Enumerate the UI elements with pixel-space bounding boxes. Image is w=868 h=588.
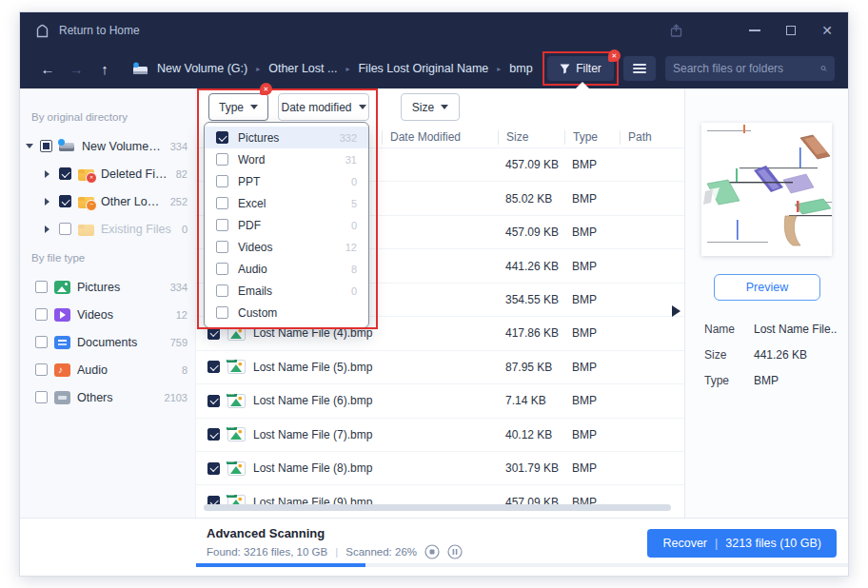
forward-button[interactable]: → [62,61,90,77]
option-checkbox[interactable] [216,175,228,187]
dropdown-option[interactable]: PPT 0 [205,170,368,192]
stop-scan-button[interactable] [424,544,440,559]
row-checkbox[interactable] [207,462,220,475]
filetype-checkbox[interactable] [35,363,48,376]
filetype-item[interactable]: Audio 8 [20,356,195,383]
tree-checkbox[interactable] [40,140,52,152]
dropdown-option[interactable]: Word 31 [205,148,368,170]
option-checkbox[interactable] [216,263,228,275]
close-button[interactable]: ✕ [821,23,833,38]
row-checkbox[interactable] [207,428,220,441]
filetype-checkbox[interactable] [35,308,48,321]
pause-scan-button[interactable] [447,544,463,559]
audio-icon [54,363,70,377]
panel-collapse-icon[interactable] [672,305,681,317]
file-size: 457.09 KB [498,225,564,239]
tree-expander-icon[interactable] [45,170,49,178]
directory-section-title: By original directory [20,111,195,123]
file-type: BMP [564,394,620,407]
back-button[interactable]: ← [33,61,62,77]
row-checkbox[interactable] [207,361,220,373]
directory-tree-item[interactable]: Other Lost Files 252 [20,187,195,215]
file-size: 40.12 KB [498,428,564,441]
filetype-checkbox[interactable] [35,336,48,348]
table-row[interactable]: Lost Name File (5).bmp 87.95 KB BMP [196,351,686,384]
filetype-checkbox[interactable] [35,281,48,293]
filetype-item[interactable]: Videos 12 [20,301,195,328]
table-row[interactable]: Lost Name File (9).bmp 457.09 KB BMP [196,485,686,518]
file-type: BMP [564,293,620,306]
option-checkbox[interactable] [216,241,228,253]
header-path[interactable]: Path [620,130,686,145]
table-row[interactable]: Lost Name File (8).bmp 301.79 KB BMP [196,452,686,485]
filetype-count: 334 [170,282,187,293]
option-checkbox[interactable] [216,153,228,166]
share-icon[interactable] [669,24,683,38]
minimize-button[interactable] [749,29,760,31]
breadcrumb-item[interactable]: bmp [509,62,532,75]
dropdown-option[interactable]: Excel 5 [205,192,368,214]
preview-button[interactable]: Preview [714,274,820,301]
tree-checkbox[interactable] [59,223,71,235]
tree-checkbox[interactable] [59,195,71,207]
row-checkbox[interactable] [207,395,220,407]
return-to-home-button[interactable]: Return to Home [59,24,140,37]
recover-button[interactable]: Recover | 3213 files (10 GB) [647,529,837,558]
up-button[interactable]: ↑ [90,61,119,77]
file-size: 441.26 KB [498,260,564,273]
tree-expander-icon[interactable] [45,225,49,233]
view-options-button[interactable] [623,56,656,81]
table-row[interactable]: Lost Name File (6).bmp 7.14 KB BMP [196,384,686,418]
tree-item-label: Deleted Files [101,167,169,181]
directory-tree-item[interactable]: Existing Files 0 [20,215,195,243]
filetype-label: Pictures [77,281,164,294]
date-chip-label: Date modified [281,101,351,114]
header-size[interactable]: Size [498,130,564,145]
search-box [665,56,835,81]
breadcrumb-item[interactable]: Files Lost Original Name [358,62,488,75]
dropdown-option[interactable]: Pictures 332 [205,127,368,148]
breadcrumb-item[interactable]: New Volume (G:) [157,62,247,75]
tree-expander-icon[interactable] [45,198,49,206]
option-checkbox[interactable] [216,219,228,231]
file-type: BMP [564,225,620,239]
dropdown-option[interactable]: Videos 12 [205,236,368,258]
dropdown-option[interactable]: Custom [205,302,368,323]
filter-type-chip[interactable]: Type [208,93,268,121]
filetype-item[interactable]: Others 2103 [20,383,195,411]
filetype-item[interactable]: Pictures 334 [20,273,195,301]
tree-checkbox[interactable] [59,167,71,180]
filetype-item[interactable]: Documents 759 [20,328,195,356]
directory-tree-item[interactable]: Deleted Files 82 [20,160,195,187]
maximize-button[interactable] [786,26,796,35]
row-checkbox[interactable] [207,327,220,340]
table-row[interactable]: Lost Name File (7).bmp 40.12 KB BMP [196,419,686,452]
option-checkbox[interactable] [216,306,228,319]
tree-item-count: 252 [170,196,187,207]
header-type[interactable]: Type [564,130,620,145]
directory-tree-item[interactable]: New Volume (G:) 334 [20,132,195,160]
option-checkbox[interactable] [216,197,228,209]
tree-expander-icon[interactable] [26,144,33,148]
menu-icon[interactable] [709,26,723,36]
filter-badge-icon[interactable]: ✕ [608,49,621,62]
header-date-modified[interactable]: Date Modified [382,130,498,145]
filter-date-chip[interactable]: Date modified [278,93,369,121]
dropdown-option[interactable]: Emails 0 [205,280,368,302]
pictures-icon [54,281,70,294]
dropdown-option[interactable]: PDF 0 [205,214,368,236]
search-input[interactable] [673,62,820,75]
search-icon[interactable] [820,62,827,75]
preview-field: Name Lost Name File.. [704,323,840,336]
filetype-checkbox[interactable] [35,391,48,403]
breadcrumb-drive-icon [132,62,148,75]
filter-size-chip[interactable]: Size [401,93,460,121]
option-checkbox[interactable] [216,131,228,144]
bmp-file-icon [227,461,246,476]
filter-button[interactable]: Filter ✕ [547,56,614,81]
breadcrumb-item[interactable]: Other Lost ... [268,62,337,75]
option-checkbox[interactable] [216,284,228,297]
dropdown-option[interactable]: Audio 8 [205,258,368,280]
horizontal-scrollbar[interactable] [204,504,671,511]
app-window: Return to Home ✕ ← → ↑ New Volume (G:) ▸… [19,11,849,577]
